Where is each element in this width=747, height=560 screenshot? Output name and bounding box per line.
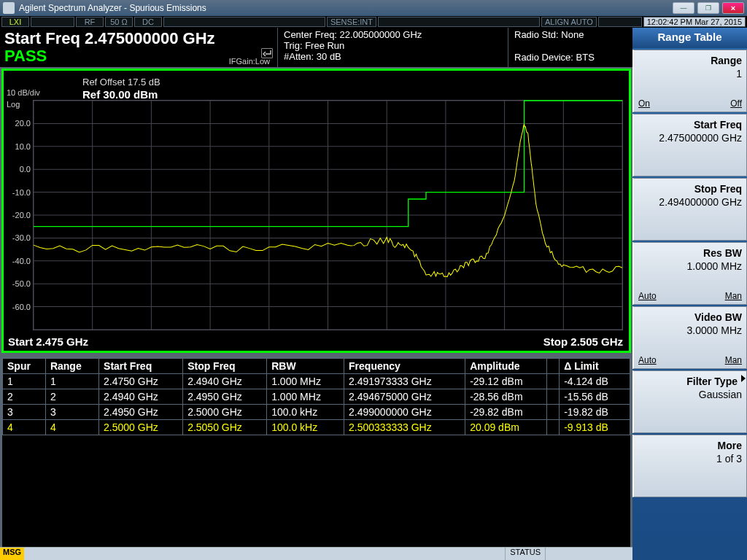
softkey-label: Stop Freq	[694, 183, 742, 195]
align-indicator: ALIGN AUTO	[541, 17, 597, 27]
softkey-value: 2.494000000 GHz	[659, 196, 742, 208]
svg-text:0.0: 0.0	[20, 165, 31, 174]
start-freq-axis: Start 2.475 GHz	[8, 335, 88, 348]
yscale-readout: 10 dB/div	[7, 88, 40, 97]
softkey-more[interactable]: More1 of 3	[632, 435, 747, 497]
svg-text:20.0: 20.0	[15, 119, 31, 128]
ref-offset-readout: Ref Offset 17.5 dB	[82, 77, 160, 88]
softkey-label: Range	[711, 55, 742, 66]
window-titlebar: Agilent Spectrum Analyzer - Spurious Emi…	[0, 0, 747, 16]
softkey-option-left: Auto	[638, 355, 657, 365]
submenu-arrow-icon	[741, 375, 746, 382]
softkey-value: 1	[736, 68, 742, 79]
softkey-res-bw[interactable]: Res BW1.0000 MHzAutoMan	[632, 242, 747, 305]
lxi-indicator: LXI	[1, 17, 29, 27]
spur-col-header: Frequency	[344, 359, 465, 374]
softkey-panel: Range Table Range1OnOffStart Freq2.47500…	[632, 28, 747, 560]
softkey-label: Start Freq	[694, 119, 742, 131]
rf-indicator: RF	[76, 17, 104, 27]
return-icon	[261, 48, 273, 58]
atten-readout: #Atten: 30 dB	[284, 51, 502, 62]
svg-text:-40.0: -40.0	[12, 257, 31, 265]
ref-level-readout: Ref 30.00 dBm	[82, 88, 158, 101]
indicator-bar: LXI RF 50 Ω DC SENSE:INT ALIGN AUTO 12:0…	[0, 16, 747, 28]
dc-indicator: DC	[134, 17, 162, 27]
sense-indicator: SENSE:INT	[327, 17, 376, 27]
spur-col-header: Spur	[3, 359, 46, 374]
softkey-option-left: On	[638, 98, 650, 109]
status-bar: MSG STATUS	[0, 547, 632, 560]
window-controls: — ❐ ×	[673, 2, 744, 14]
stop-freq-axis: Stop 2.505 GHz	[543, 335, 623, 348]
spur-table: SpurRangeStart FreqStop FreqRBWFrequency…	[2, 358, 630, 435]
svg-text:-60.0: -60.0	[12, 303, 31, 311]
spur-col-header: Range	[45, 359, 98, 374]
softkey-video-bw[interactable]: Video BW3.0000 MHzAutoMan	[632, 306, 747, 369]
spur-col-header: Δ Limit	[560, 359, 630, 374]
softkey-stop-freq[interactable]: Stop Freq2.494000000 GHz	[632, 178, 747, 241]
softkey-value: Gaussian	[699, 389, 742, 400]
softkey-label: Video BW	[694, 311, 742, 323]
start-freq-readout: Start Freq 2.475000000 GHz	[4, 29, 273, 48]
table-row[interactable]: 442.5000 GHz2.5050 GHz100.0 kHz2.5003333…	[3, 420, 630, 435]
softkey-option-right: Off	[730, 98, 742, 109]
svg-text:-50.0: -50.0	[12, 279, 31, 288]
softkey-start-freq[interactable]: Start Freq2.475000000 GHz	[632, 114, 747, 176]
softkey-value: 3.0000 MHz	[687, 324, 742, 336]
main-area: Start Freq 2.475000000 GHz PASS IFGain:L…	[0, 28, 632, 560]
window-title: Agilent Spectrum Analyzer - Spurious Emi…	[19, 3, 673, 13]
softkey-label: More	[718, 440, 742, 451]
minimize-button[interactable]: —	[673, 2, 694, 14]
softkey-value: 1 of 3	[716, 453, 742, 464]
svg-text:10.0: 10.0	[15, 142, 31, 151]
trig-readout: Trig: Free Run	[284, 40, 502, 51]
impedance-indicator: 50 Ω	[105, 17, 133, 27]
softkey-option-left: Auto	[638, 291, 657, 301]
softkey-value: 1.0000 MHz	[687, 260, 742, 272]
spectrum-plot: 20.010.00.0-10.0-20.0-30.0-40.0-50.0-60.…	[33, 100, 623, 330]
svg-text:-30.0: -30.0	[12, 233, 31, 242]
maximize-button[interactable]: ❐	[697, 2, 719, 14]
svg-text:-10.0: -10.0	[12, 188, 31, 197]
softkey-value: 2.475000000 GHz	[659, 132, 742, 144]
table-row[interactable]: 222.4940 GHz2.4950 GHz1.000 MHz2.4946750…	[3, 389, 630, 405]
table-row[interactable]: 332.4950 GHz2.5000 GHz100.0 kHz2.4990000…	[3, 405, 630, 420]
spur-col-header: Stop Freq	[183, 359, 267, 374]
header-info: Start Freq 2.475000000 GHz PASS IFGain:L…	[0, 28, 632, 67]
spur-col-header: Amplitude	[465, 359, 547, 374]
spur-table-wrap: SpurRangeStart FreqStop FreqRBWFrequency…	[1, 357, 631, 548]
radio-device-readout: Radio Device: BTS	[514, 52, 627, 63]
radio-std-readout: Radio Std: None	[514, 29, 627, 40]
softkey-option-right: Man	[725, 291, 742, 301]
softkey-filter-type[interactable]: Filter TypeGaussian	[632, 370, 747, 433]
spur-col-header: Start Freq	[99, 359, 183, 374]
softkey-title: Range Table	[632, 28, 747, 48]
softkey-range[interactable]: Range1OnOff	[632, 50, 747, 112]
softkey-label: Res BW	[703, 247, 742, 259]
softkey-option-right: Man	[725, 355, 742, 365]
softkey-label: Filter Type	[686, 376, 738, 387]
status-indicator: STATUS	[505, 548, 545, 560]
spectrum-display: Ref Offset 17.5 dB Ref 30.00 dBm 10 dB/d…	[1, 69, 631, 353]
app-icon	[3, 2, 15, 14]
msg-indicator: MSG	[0, 548, 24, 560]
spur-col-header: RBW	[267, 359, 344, 374]
svg-text:-20.0: -20.0	[12, 211, 31, 219]
timestamp: 12:02:42 PM Mar 27, 2015	[643, 17, 746, 27]
close-button[interactable]: ×	[722, 2, 744, 14]
center-freq-readout: Center Freq: 22.005000000 GHz	[284, 29, 502, 40]
table-row[interactable]: 112.4750 GHz2.4940 GHz1.000 MHz2.4919733…	[3, 374, 630, 389]
spur-col-header	[547, 359, 560, 374]
log-mode-readout: Log	[7, 100, 20, 109]
